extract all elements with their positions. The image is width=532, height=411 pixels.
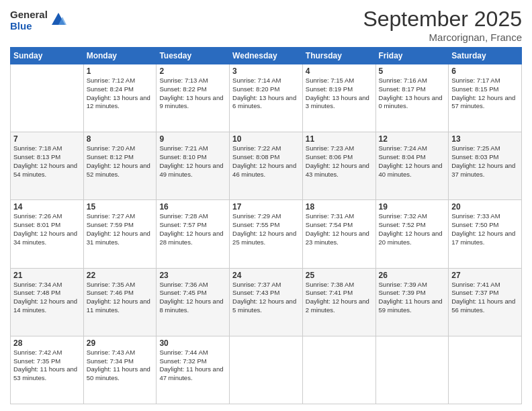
day-info: Sunrise: 7:24 AMSunset: 8:04 PMDaylight:… xyxy=(379,144,446,179)
day-number: 3 xyxy=(232,66,300,76)
day-number: 10 xyxy=(232,134,300,144)
calendar-cell: 5Sunrise: 7:16 AMSunset: 8:17 PMDaylight… xyxy=(375,64,449,132)
day-number: 21 xyxy=(13,271,81,280)
day-number: 19 xyxy=(379,202,446,212)
calendar-cell: 20Sunrise: 7:33 AMSunset: 7:50 PMDayligh… xyxy=(449,200,522,268)
day-number: 1 xyxy=(87,66,154,76)
day-info: Sunrise: 7:44 AMSunset: 7:32 PMDaylight:… xyxy=(159,349,226,383)
logo-text: General Blue xyxy=(10,9,48,32)
calendar-cell: 30Sunrise: 7:44 AMSunset: 7:32 PMDayligh… xyxy=(157,336,230,404)
calendar-subtitle: Marcorignan, France xyxy=(363,32,522,43)
day-info: Sunrise: 7:42 AMSunset: 7:35 PMDaylight:… xyxy=(13,349,81,383)
day-info: Sunrise: 7:36 AMSunset: 7:45 PMDaylight:… xyxy=(159,281,226,315)
calendar-table: Sunday Monday Tuesday Wednesday Thursday… xyxy=(10,47,522,404)
day-info: Sunrise: 7:12 AMSunset: 8:24 PMDaylight:… xyxy=(87,77,154,111)
day-number: 8 xyxy=(87,134,154,144)
day-info: Sunrise: 7:20 AMSunset: 8:12 PMDaylight:… xyxy=(87,144,154,179)
calendar-cell: 3Sunrise: 7:14 AMSunset: 8:20 PMDaylight… xyxy=(230,64,303,132)
day-info: Sunrise: 7:43 AMSunset: 7:34 PMDaylight:… xyxy=(87,349,154,383)
calendar-cell: 19Sunrise: 7:32 AMSunset: 7:52 PMDayligh… xyxy=(375,200,449,268)
calendar-cell: 8Sunrise: 7:20 AMSunset: 8:12 PMDaylight… xyxy=(83,132,157,200)
day-number: 28 xyxy=(13,338,81,348)
calendar-cell: 13Sunrise: 7:25 AMSunset: 8:03 PMDayligh… xyxy=(449,132,522,200)
day-info: Sunrise: 7:29 AMSunset: 7:55 PMDaylight:… xyxy=(232,212,300,246)
calendar-cell: 25Sunrise: 7:38 AMSunset: 7:41 PMDayligh… xyxy=(302,268,375,336)
calendar-cell xyxy=(302,336,375,404)
day-number: 15 xyxy=(87,202,154,212)
day-info: Sunrise: 7:32 AMSunset: 7:52 PMDaylight:… xyxy=(379,212,446,246)
day-info: Sunrise: 7:37 AMSunset: 7:43 PMDaylight:… xyxy=(232,281,300,315)
day-number: 30 xyxy=(159,338,226,348)
day-info: Sunrise: 7:17 AMSunset: 8:15 PMDaylight:… xyxy=(451,77,519,111)
calendar-cell: 4Sunrise: 7:15 AMSunset: 8:19 PMDaylight… xyxy=(302,64,375,132)
day-info: Sunrise: 7:23 AMSunset: 8:06 PMDaylight:… xyxy=(306,144,373,179)
calendar-cell xyxy=(449,336,522,404)
calendar-cell: 1Sunrise: 7:12 AMSunset: 8:24 PMDaylight… xyxy=(83,64,157,132)
day-number: 14 xyxy=(13,202,81,212)
title-block: September 2025 Marcorignan, France xyxy=(363,7,522,43)
calendar-cell: 16Sunrise: 7:28 AMSunset: 7:57 PMDayligh… xyxy=(157,200,230,268)
day-info: Sunrise: 7:34 AMSunset: 7:48 PMDaylight:… xyxy=(13,281,81,315)
day-number: 7 xyxy=(13,134,81,144)
calendar-cell: 21Sunrise: 7:34 AMSunset: 7:48 PMDayligh… xyxy=(11,268,84,336)
calendar-week-row: 1Sunrise: 7:12 AMSunset: 8:24 PMDaylight… xyxy=(11,64,522,132)
calendar-week-row: 28Sunrise: 7:42 AMSunset: 7:35 PMDayligh… xyxy=(11,336,522,404)
calendar-cell: 15Sunrise: 7:27 AMSunset: 7:59 PMDayligh… xyxy=(83,200,157,268)
day-info: Sunrise: 7:41 AMSunset: 7:37 PMDaylight:… xyxy=(451,281,519,315)
day-number: 2 xyxy=(159,66,226,76)
day-number: 11 xyxy=(306,134,373,144)
calendar-cell: 18Sunrise: 7:31 AMSunset: 7:54 PMDayligh… xyxy=(302,200,375,268)
day-info: Sunrise: 7:27 AMSunset: 7:59 PMDaylight:… xyxy=(87,212,154,246)
calendar-cell: 2Sunrise: 7:13 AMSunset: 8:22 PMDaylight… xyxy=(157,64,230,132)
day-number: 13 xyxy=(451,134,519,144)
day-number: 26 xyxy=(379,271,446,280)
day-number: 29 xyxy=(87,338,154,348)
day-info: Sunrise: 7:38 AMSunset: 7:41 PMDaylight:… xyxy=(306,281,373,315)
day-number: 24 xyxy=(232,271,300,280)
day-info: Sunrise: 7:22 AMSunset: 8:08 PMDaylight:… xyxy=(232,144,300,179)
calendar-week-row: 21Sunrise: 7:34 AMSunset: 7:48 PMDayligh… xyxy=(11,268,522,336)
calendar-cell: 14Sunrise: 7:26 AMSunset: 8:01 PMDayligh… xyxy=(11,200,84,268)
day-number: 20 xyxy=(451,202,519,212)
calendar-cell: 11Sunrise: 7:23 AMSunset: 8:06 PMDayligh… xyxy=(302,132,375,200)
day-number: 12 xyxy=(379,134,446,144)
calendar-cell: 22Sunrise: 7:35 AMSunset: 7:46 PMDayligh… xyxy=(83,268,157,336)
day-info: Sunrise: 7:26 AMSunset: 8:01 PMDaylight:… xyxy=(13,212,81,246)
calendar-cell: 27Sunrise: 7:41 AMSunset: 7:37 PMDayligh… xyxy=(449,268,522,336)
day-info: Sunrise: 7:33 AMSunset: 7:50 PMDaylight:… xyxy=(451,212,519,246)
day-number: 5 xyxy=(379,66,446,76)
day-number: 22 xyxy=(87,271,154,280)
calendar-week-row: 14Sunrise: 7:26 AMSunset: 8:01 PMDayligh… xyxy=(11,200,522,268)
day-number: 4 xyxy=(306,66,373,76)
day-number: 16 xyxy=(159,202,226,212)
calendar-cell: 17Sunrise: 7:29 AMSunset: 7:55 PMDayligh… xyxy=(230,200,303,268)
calendar-week-row: 7Sunrise: 7:18 AMSunset: 8:13 PMDaylight… xyxy=(11,132,522,200)
calendar-cell: 9Sunrise: 7:21 AMSunset: 8:10 PMDaylight… xyxy=(157,132,230,200)
day-info: Sunrise: 7:18 AMSunset: 8:13 PMDaylight:… xyxy=(13,144,81,179)
calendar-cell: 28Sunrise: 7:42 AMSunset: 7:35 PMDayligh… xyxy=(11,336,84,404)
day-info: Sunrise: 7:15 AMSunset: 8:19 PMDaylight:… xyxy=(306,77,373,111)
header: General Blue September 2025 Marcorignan,… xyxy=(10,7,522,43)
weekday-header-row: Sunday Monday Tuesday Wednesday Thursday… xyxy=(11,48,522,64)
calendar-cell: 6Sunrise: 7:17 AMSunset: 8:15 PMDaylight… xyxy=(449,64,522,132)
logo: General Blue xyxy=(10,9,68,32)
calendar-cell xyxy=(375,336,449,404)
calendar-cell: 12Sunrise: 7:24 AMSunset: 8:04 PMDayligh… xyxy=(375,132,449,200)
day-number: 9 xyxy=(159,134,226,144)
day-info: Sunrise: 7:25 AMSunset: 8:03 PMDaylight:… xyxy=(451,144,519,179)
day-info: Sunrise: 7:39 AMSunset: 7:39 PMDaylight:… xyxy=(379,281,446,315)
calendar-cell: 24Sunrise: 7:37 AMSunset: 7:43 PMDayligh… xyxy=(230,268,303,336)
day-number: 27 xyxy=(451,271,519,280)
day-info: Sunrise: 7:28 AMSunset: 7:57 PMDaylight:… xyxy=(159,212,226,246)
weekday-monday: Monday xyxy=(83,48,157,64)
day-info: Sunrise: 7:14 AMSunset: 8:20 PMDaylight:… xyxy=(232,77,300,111)
calendar-title: September 2025 xyxy=(363,7,522,32)
weekday-friday: Friday xyxy=(375,48,449,64)
calendar-cell xyxy=(11,64,84,132)
calendar-cell: 29Sunrise: 7:43 AMSunset: 7:34 PMDayligh… xyxy=(83,336,157,404)
weekday-thursday: Thursday xyxy=(302,48,375,64)
day-number: 25 xyxy=(306,271,373,280)
logo-general: General xyxy=(10,9,48,21)
day-number: 17 xyxy=(232,202,300,212)
calendar-cell: 26Sunrise: 7:39 AMSunset: 7:39 PMDayligh… xyxy=(375,268,449,336)
